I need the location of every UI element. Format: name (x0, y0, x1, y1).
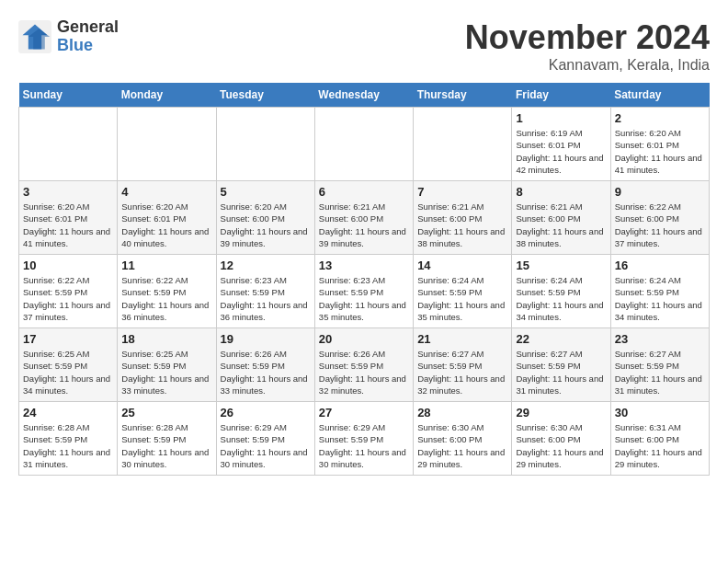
logo: General Blue (18, 18, 119, 55)
calendar-cell: 12Sunrise: 6:23 AM Sunset: 5:59 PM Dayli… (216, 255, 314, 328)
day-number: 20 (319, 332, 409, 346)
day-number: 4 (121, 185, 211, 199)
day-number: 30 (615, 406, 705, 419)
weekday-header-monday: Monday (118, 83, 216, 108)
day-number: 23 (615, 332, 705, 346)
day-info: Sunrise: 6:23 AM Sunset: 5:59 PM Dayligh… (221, 274, 311, 323)
calendar-cell: 23Sunrise: 6:27 AM Sunset: 5:59 PM Dayli… (610, 328, 709, 402)
day-number: 19 (221, 332, 311, 346)
calendar-cell: 22Sunrise: 6:27 AM Sunset: 5:59 PM Dayli… (512, 328, 610, 402)
calendar-cell: 3Sunrise: 6:20 AM Sunset: 6:01 PM Daylig… (19, 181, 118, 255)
day-info: Sunrise: 6:28 AM Sunset: 5:59 PM Dayligh… (23, 421, 113, 470)
calendar-cell: 9Sunrise: 6:22 AM Sunset: 6:00 PM Daylig… (610, 181, 709, 255)
week-row-5: 24Sunrise: 6:28 AM Sunset: 5:59 PM Dayli… (19, 402, 710, 476)
weekday-header-friday: Friday (512, 83, 610, 108)
calendar-cell (314, 108, 413, 181)
calendar-cell: 6Sunrise: 6:21 AM Sunset: 6:00 PM Daylig… (314, 181, 413, 255)
logo-icon (18, 20, 51, 53)
day-number: 5 (221, 185, 311, 199)
day-number: 14 (417, 259, 507, 272)
day-info: Sunrise: 6:30 AM Sunset: 6:00 PM Dayligh… (516, 421, 606, 470)
day-number: 15 (516, 259, 606, 272)
calendar-cell: 4Sunrise: 6:20 AM Sunset: 6:01 PM Daylig… (118, 181, 216, 255)
calendar-cell: 17Sunrise: 6:25 AM Sunset: 5:59 PM Dayli… (19, 328, 118, 402)
calendar-table: SundayMondayTuesdayWednesdayThursdayFrid… (18, 83, 710, 476)
calendar-cell: 1Sunrise: 6:19 AM Sunset: 6:01 PM Daylig… (512, 108, 610, 181)
day-info: Sunrise: 6:22 AM Sunset: 5:59 PM Dayligh… (121, 274, 211, 323)
day-info: Sunrise: 6:22 AM Sunset: 5:59 PM Dayligh… (23, 274, 113, 323)
calendar-cell: 14Sunrise: 6:24 AM Sunset: 5:59 PM Dayli… (414, 255, 512, 328)
weekday-header-wednesday: Wednesday (314, 83, 413, 108)
day-number: 11 (121, 259, 211, 272)
day-info: Sunrise: 6:24 AM Sunset: 5:59 PM Dayligh… (516, 274, 606, 323)
day-number: 12 (221, 259, 311, 272)
day-info: Sunrise: 6:23 AM Sunset: 5:59 PM Dayligh… (319, 274, 409, 323)
day-number: 10 (23, 259, 113, 272)
calendar-cell: 26Sunrise: 6:29 AM Sunset: 5:59 PM Dayli… (216, 402, 314, 476)
day-info: Sunrise: 6:25 AM Sunset: 5:59 PM Dayligh… (121, 348, 211, 396)
calendar-cell: 10Sunrise: 6:22 AM Sunset: 5:59 PM Dayli… (19, 255, 118, 328)
month-title: November 2024 (465, 18, 710, 57)
calendar-cell: 11Sunrise: 6:22 AM Sunset: 5:59 PM Dayli… (118, 255, 216, 328)
week-row-4: 17Sunrise: 6:25 AM Sunset: 5:59 PM Dayli… (19, 328, 710, 402)
calendar-cell: 28Sunrise: 6:30 AM Sunset: 6:00 PM Dayli… (414, 402, 512, 476)
day-info: Sunrise: 6:24 AM Sunset: 5:59 PM Dayligh… (417, 274, 507, 323)
logo-text: General Blue (57, 18, 119, 55)
weekday-header-thursday: Thursday (414, 83, 512, 108)
day-number: 17 (23, 332, 113, 346)
calendar-cell (118, 108, 216, 181)
day-info: Sunrise: 6:26 AM Sunset: 5:59 PM Dayligh… (221, 348, 311, 396)
calendar-cell: 19Sunrise: 6:26 AM Sunset: 5:59 PM Dayli… (216, 328, 314, 402)
calendar-cell: 25Sunrise: 6:28 AM Sunset: 5:59 PM Dayli… (118, 402, 216, 476)
day-number: 26 (221, 406, 311, 419)
day-number: 18 (121, 332, 211, 346)
day-number: 8 (516, 185, 606, 199)
day-number: 6 (319, 185, 409, 199)
day-info: Sunrise: 6:21 AM Sunset: 6:00 PM Dayligh… (319, 201, 409, 249)
calendar-cell: 20Sunrise: 6:26 AM Sunset: 5:59 PM Dayli… (314, 328, 413, 402)
day-info: Sunrise: 6:26 AM Sunset: 5:59 PM Dayligh… (319, 348, 409, 396)
day-info: Sunrise: 6:31 AM Sunset: 6:00 PM Dayligh… (615, 421, 705, 470)
calendar-cell: 30Sunrise: 6:31 AM Sunset: 6:00 PM Dayli… (610, 402, 709, 476)
weekday-header-sunday: Sunday (19, 83, 118, 108)
calendar-cell: 18Sunrise: 6:25 AM Sunset: 5:59 PM Dayli… (118, 328, 216, 402)
location: Kannavam, Kerala, India (465, 57, 710, 74)
calendar-cell: 24Sunrise: 6:28 AM Sunset: 5:59 PM Dayli… (19, 402, 118, 476)
day-info: Sunrise: 6:28 AM Sunset: 5:59 PM Dayligh… (121, 421, 211, 470)
week-row-1: 1Sunrise: 6:19 AM Sunset: 6:01 PM Daylig… (19, 108, 710, 181)
day-info: Sunrise: 6:29 AM Sunset: 5:59 PM Dayligh… (319, 421, 409, 470)
calendar-cell: 15Sunrise: 6:24 AM Sunset: 5:59 PM Dayli… (512, 255, 610, 328)
calendar-cell: 27Sunrise: 6:29 AM Sunset: 5:59 PM Dayli… (314, 402, 413, 476)
day-number: 24 (23, 406, 113, 419)
logo-line2: Blue (57, 37, 119, 55)
calendar-cell: 13Sunrise: 6:23 AM Sunset: 5:59 PM Dayli… (314, 255, 413, 328)
day-info: Sunrise: 6:20 AM Sunset: 6:01 PM Dayligh… (23, 201, 113, 249)
day-info: Sunrise: 6:25 AM Sunset: 5:59 PM Dayligh… (23, 348, 113, 396)
day-number: 7 (417, 185, 507, 199)
day-info: Sunrise: 6:20 AM Sunset: 6:00 PM Dayligh… (221, 201, 311, 249)
day-number: 27 (319, 406, 409, 419)
day-info: Sunrise: 6:21 AM Sunset: 6:00 PM Dayligh… (516, 201, 606, 249)
weekday-header-row: SundayMondayTuesdayWednesdayThursdayFrid… (19, 83, 710, 108)
day-number: 2 (615, 111, 705, 125)
day-number: 29 (516, 406, 606, 419)
logo-line1: General (57, 18, 119, 37)
calendar-cell: 5Sunrise: 6:20 AM Sunset: 6:00 PM Daylig… (216, 181, 314, 255)
calendar-cell: 2Sunrise: 6:20 AM Sunset: 6:01 PM Daylig… (610, 108, 709, 181)
day-number: 16 (615, 259, 705, 272)
calendar-cell (216, 108, 314, 181)
weekday-header-saturday: Saturday (610, 83, 709, 108)
day-number: 21 (417, 332, 507, 346)
calendar-cell: 7Sunrise: 6:21 AM Sunset: 6:00 PM Daylig… (414, 181, 512, 255)
title-block: November 2024 Kannavam, Kerala, India (465, 18, 710, 74)
day-info: Sunrise: 6:24 AM Sunset: 5:59 PM Dayligh… (615, 274, 705, 323)
day-number: 22 (516, 332, 606, 346)
day-number: 13 (319, 259, 409, 272)
day-number: 25 (121, 406, 211, 419)
day-info: Sunrise: 6:20 AM Sunset: 6:01 PM Dayligh… (121, 201, 211, 249)
day-info: Sunrise: 6:27 AM Sunset: 5:59 PM Dayligh… (516, 348, 606, 396)
day-info: Sunrise: 6:29 AM Sunset: 5:59 PM Dayligh… (221, 421, 311, 470)
day-number: 3 (23, 185, 113, 199)
day-number: 1 (516, 111, 606, 125)
calendar-cell (19, 108, 118, 181)
